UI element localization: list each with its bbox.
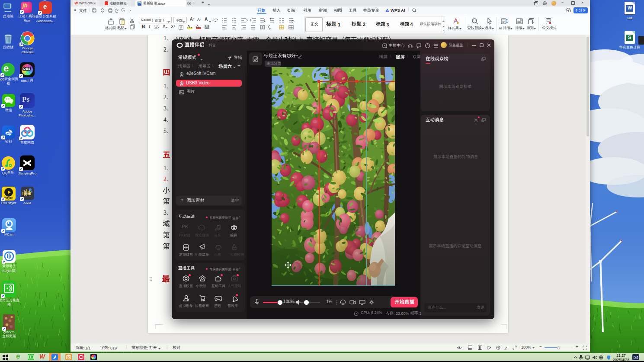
svg-text:AIZB: AIZB — [24, 192, 30, 195]
